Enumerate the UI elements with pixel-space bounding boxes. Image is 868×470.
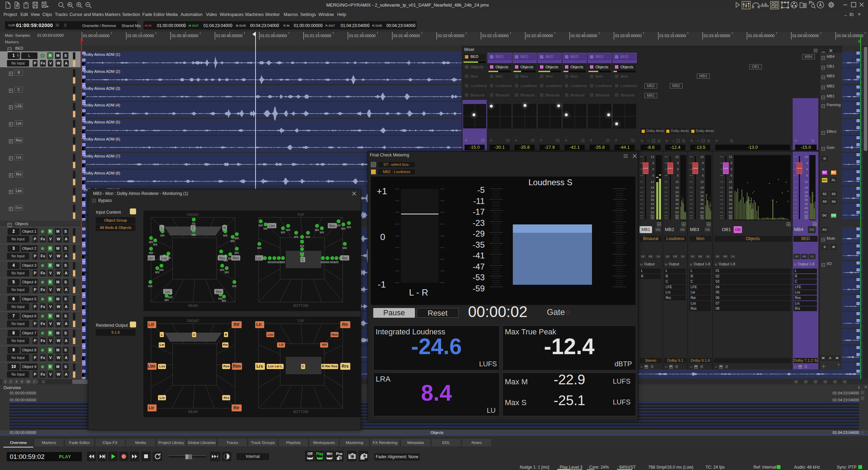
svg-text:Rtm: Rtm: [233, 256, 239, 260]
svg-text:TOP: TOP: [297, 319, 304, 323]
svg-text:Ltm: Ltm: [148, 256, 153, 260]
svg-text:MX: MX: [225, 271, 229, 274]
svg-text:Play: Play: [316, 452, 324, 456]
svg-text:REAR: REAR: [188, 410, 198, 414]
svg-text:MX: MX: [220, 268, 225, 272]
svg-text:Ltf: Ltf: [148, 322, 154, 327]
svg-text:MX: MX: [223, 234, 228, 237]
svg-text:Lrs: Lrs: [257, 364, 263, 369]
svg-text:L: L: [161, 226, 163, 230]
svg-text:BOTTOM: BOTTOM: [293, 304, 308, 308]
svg-text:MX: MX: [315, 228, 319, 232]
svg-text:Rtm: Rtm: [233, 364, 241, 369]
svg-text:Prw: Prw: [336, 452, 343, 456]
svg-text:Ltr: Ltr: [149, 405, 154, 410]
svg-text:MX: MX: [149, 251, 153, 255]
svg-text:L: L: [161, 333, 163, 336]
svg-text:FRONT: FRONT: [187, 319, 199, 323]
svg-text:Lss: Lss: [268, 364, 274, 368]
svg-text:MX: MX: [300, 244, 304, 248]
svg-text:Lrs: Lrs: [165, 290, 170, 294]
svg-text:Rtf: Rtf: [234, 322, 240, 327]
svg-text:Lw: Lw: [159, 343, 164, 347]
svg-text:Rrs: Rrs: [224, 396, 229, 400]
svg-text:Rrs: Rrs: [342, 256, 348, 260]
svg-text:Lss: Lss: [161, 256, 167, 260]
svg-text:MX: MX: [294, 235, 299, 239]
svg-text:MX: MX: [259, 224, 263, 227]
svg-text:MX: MX: [168, 296, 173, 299]
svg-text:MX: MX: [272, 260, 277, 264]
svg-text:MX: MX: [148, 284, 153, 288]
svg-text:MX: MX: [153, 243, 158, 246]
svg-text:Ltr: Ltr: [256, 322, 262, 327]
svg-text:Rtm: Rtm: [332, 333, 338, 336]
svg-text:Rss: Rss: [331, 364, 337, 368]
svg-text:MX: MX: [159, 268, 164, 272]
svg-text:MX: MX: [192, 233, 196, 237]
svg-text:Rss: Rss: [219, 256, 225, 260]
svg-text:Rtr: Rtr: [342, 322, 348, 327]
svg-text:Rrs: Rrs: [342, 364, 349, 369]
svg-text:R: R: [223, 226, 226, 230]
svg-text:MX: MX: [281, 260, 285, 264]
svg-text:FRONT: FRONT: [187, 213, 199, 217]
svg-text:Rw: Rw: [223, 343, 228, 347]
svg-text:MX: MX: [336, 224, 341, 227]
svg-text:Lrs: Lrs: [160, 396, 165, 400]
svg-text:C: C: [193, 333, 195, 336]
svg-text:MX: MX: [235, 251, 239, 255]
svg-text:REAR: REAR: [188, 304, 198, 308]
svg-text:R: R: [225, 333, 227, 336]
svg-text:C: C: [302, 364, 304, 368]
svg-text:Ltm: Ltm: [148, 364, 155, 369]
svg-text:MX: MX: [257, 246, 262, 250]
svg-text:MX: MX: [281, 231, 285, 234]
svg-text:MX: MX: [334, 260, 339, 264]
svg-text:MX: MX: [341, 227, 346, 230]
svg-text:Rss: Rss: [223, 364, 229, 368]
svg-text:TOP: TOP: [297, 213, 304, 217]
svg-text:Rtr: Rtr: [233, 405, 240, 410]
svg-text:MX: MX: [264, 227, 268, 230]
svg-text:MX: MX: [160, 234, 165, 237]
svg-text:Lss: Lss: [159, 364, 165, 368]
svg-text:MX: MX: [222, 299, 226, 302]
svg-text:R Rw: R Rw: [322, 364, 330, 368]
svg-text:MX: MX: [286, 228, 291, 232]
svg-text:MX: MX: [321, 260, 325, 264]
svg-text:C: C: [192, 226, 194, 230]
svg-text:MX: MX: [325, 260, 330, 264]
svg-text:MX: MX: [320, 231, 324, 234]
svg-text:Lrs: Lrs: [256, 256, 261, 260]
svg-text:Wrt: Wrt: [327, 452, 333, 456]
svg-text:Rtm: Rtm: [329, 224, 335, 228]
svg-text:FX: FX: [192, 222, 196, 225]
svg-text:MX: MX: [306, 235, 310, 239]
svg-text:MX: MX: [343, 246, 347, 250]
svg-text:Rtf: Rtf: [322, 343, 327, 347]
svg-text:BOTTOM: BOTTOM: [293, 410, 308, 414]
svg-text:MX: MX: [232, 284, 237, 288]
svg-text:MX: MX: [347, 225, 351, 229]
svg-text:Ltf: Ltf: [279, 343, 284, 347]
svg-text:MX: MX: [268, 260, 272, 264]
svg-text:Ltm: Ltm: [269, 224, 275, 228]
svg-text:Rrs: Rrs: [216, 290, 222, 294]
svg-text:Off: Off: [308, 452, 313, 456]
svg-text:Lw L: Lw L: [275, 364, 282, 368]
svg-text:C: C: [301, 258, 304, 262]
svg-text:Ltm: Ltm: [267, 333, 273, 336]
svg-text:MX: MX: [235, 237, 239, 240]
